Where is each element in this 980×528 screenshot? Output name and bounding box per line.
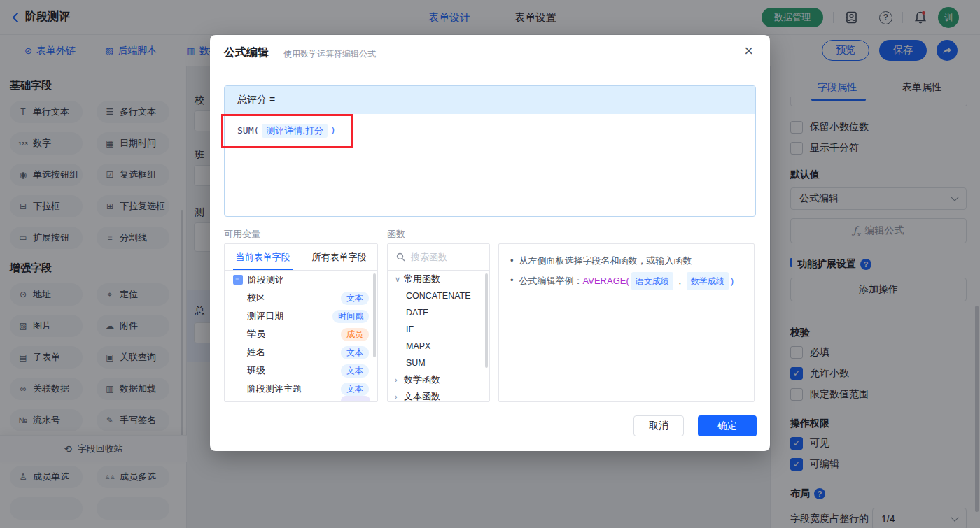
- search-placeholder: 搜索函数: [411, 251, 447, 264]
- formula-editor[interactable]: 总评分 = SUM(测评详情.打分): [224, 85, 756, 217]
- type-badge: 时间戳: [332, 310, 369, 323]
- function-item-if[interactable]: IF: [388, 321, 489, 338]
- variable-row[interactable]: 学员成员: [225, 325, 377, 343]
- form-doc-icon: [233, 275, 243, 285]
- close-icon[interactable]: ×: [744, 43, 753, 59]
- variables-scrollbar[interactable]: [373, 273, 376, 357]
- dialog-title: 公式编辑: [224, 45, 269, 60]
- functions-scrollbar[interactable]: [485, 273, 488, 368]
- type-badge: 成员: [341, 328, 369, 341]
- chevron-expanded-icon: ∨: [395, 275, 404, 284]
- tab-all-form-fields[interactable]: 所有表单字段: [301, 244, 377, 270]
- chevron-collapsed-icon: ›: [395, 376, 404, 384]
- formula-expression[interactable]: SUM(测评详情.打分): [225, 114, 755, 148]
- variable-row[interactable]: 校区文本: [225, 289, 377, 307]
- app-window: 阶段测评 表单设计 表单设置 数据管理 ?: [0, 0, 980, 528]
- function-group-math[interactable]: ›数学函数: [388, 371, 489, 388]
- variables-tabs: 当前表单字段 所有表单字段: [225, 244, 377, 271]
- type-badge: 文本: [341, 346, 369, 359]
- help-panel: • 从左侧面板选择字段名和函数，或输入函数 • 公式编辑举例：AVERAGE(语…: [498, 243, 755, 402]
- variable-tree-root[interactable]: 阶段测评: [225, 271, 377, 289]
- example-token: 语文成绩: [631, 272, 673, 290]
- type-badge: 文本: [341, 383, 369, 396]
- type-badge-partial: [341, 396, 370, 402]
- function-group-text[interactable]: ›文本函数: [388, 388, 489, 402]
- function-item-mapx[interactable]: MAPX: [388, 338, 489, 355]
- formula-function-name: SUM(: [237, 125, 259, 136]
- dialog-subtitle: 使用数学运算符编辑公式: [284, 48, 376, 60]
- formula-editor-dialog: 公式编辑 使用数学运算符编辑公式 × 总评分 = SUM(测评详情.打分) 可用…: [210, 35, 770, 451]
- tab-current-form-fields[interactable]: 当前表单字段: [225, 244, 301, 270]
- variable-row[interactable]: 姓名文本: [225, 343, 377, 362]
- bullet-icon: •: [510, 252, 514, 269]
- example-token: 数学成绩: [687, 272, 729, 290]
- type-badge: 文本: [341, 364, 369, 378]
- variables-panel: 当前表单字段 所有表单字段 阶段测评 校区文本 测评日期时间戳 学员成员 姓名文…: [224, 243, 378, 402]
- function-search-input[interactable]: 搜索函数: [388, 244, 489, 271]
- variable-row[interactable]: 班级文本: [225, 362, 377, 380]
- functions-label: 函数: [387, 228, 405, 241]
- variables-label: 可用变量: [224, 228, 260, 241]
- function-item-sum[interactable]: SUM: [388, 355, 489, 371]
- formula-field-token[interactable]: 测评详情.打分: [262, 124, 328, 138]
- function-group-common[interactable]: ∨常用函数: [388, 271, 489, 287]
- chevron-collapsed-icon: ›: [395, 392, 404, 401]
- help-tip-2: • 公式编辑举例：AVERAGE(语文成绩，数学成绩): [510, 272, 743, 290]
- formula-close-paren: ): [330, 125, 336, 136]
- search-icon: [396, 252, 405, 262]
- type-badge: 文本: [341, 292, 369, 305]
- bullet-icon: •: [510, 272, 514, 290]
- functions-panel: 搜索函数 ∨常用函数 CONCATENATE DATE IF MAPX SUM …: [387, 243, 490, 402]
- confirm-button[interactable]: 确定: [698, 415, 757, 436]
- help-tip-1: • 从左侧面板选择字段名和函数，或输入函数: [510, 252, 743, 269]
- cancel-button[interactable]: 取消: [634, 415, 684, 436]
- tree-root-label: 阶段测评: [248, 273, 284, 286]
- function-item-date[interactable]: DATE: [388, 304, 489, 321]
- function-item-concatenate[interactable]: CONCATENATE: [388, 287, 489, 304]
- example-function-name: AVERAGE(: [583, 276, 629, 286]
- formula-target: 总评分 =: [225, 86, 755, 114]
- variable-row[interactable]: 测评日期时间戳: [225, 307, 377, 325]
